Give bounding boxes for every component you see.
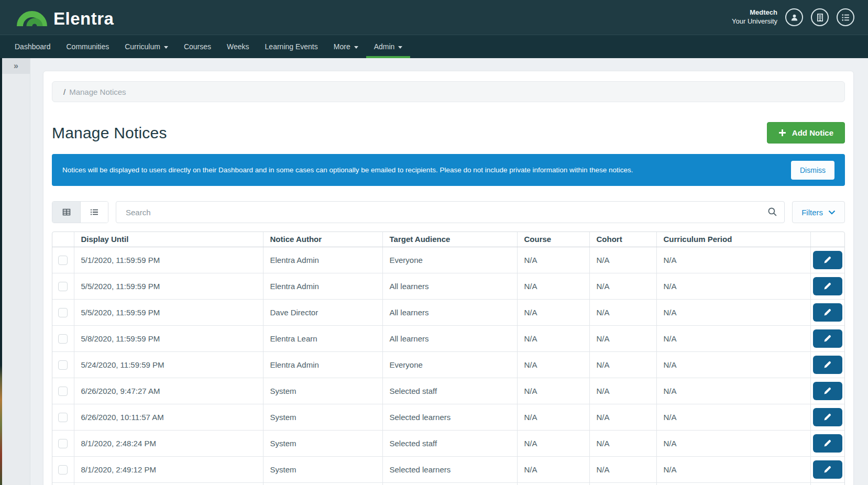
edit-notice-button[interactable] bbox=[813, 356, 842, 374]
cell-cohort: N/A bbox=[589, 404, 656, 430]
caret-down-icon bbox=[164, 46, 168, 49]
row-checkbox[interactable] bbox=[58, 360, 68, 370]
cell-target-audience: All learners bbox=[382, 299, 517, 325]
add-notice-button[interactable]: Add Notice bbox=[767, 122, 845, 144]
breadcrumb-current: Manage Notices bbox=[69, 87, 126, 96]
row-checkbox[interactable] bbox=[58, 308, 68, 317]
cell-target-audience: Everyone bbox=[382, 247, 517, 273]
cell-notice-author: System bbox=[263, 456, 382, 482]
institution-subtitle: Your University bbox=[732, 17, 777, 26]
cell-notice-author: Dave Director bbox=[263, 299, 382, 325]
breadcrumb-separator: / bbox=[63, 87, 65, 96]
search-input[interactable] bbox=[116, 201, 785, 223]
dismiss-button[interactable]: Dismiss bbox=[791, 161, 834, 180]
row-checkbox[interactable] bbox=[58, 387, 68, 396]
cell-curriculum-period bbox=[656, 482, 810, 485]
nav-item-learning-events[interactable]: Learning Events bbox=[257, 35, 326, 58]
column-header-notice-author: Notice Author bbox=[263, 232, 382, 247]
nav-item-communities[interactable]: Communities bbox=[59, 35, 117, 58]
list-view-button[interactable] bbox=[80, 202, 108, 223]
row-checkbox[interactable] bbox=[58, 465, 68, 475]
column-header-course: Course bbox=[517, 232, 589, 247]
cell-cohort: N/A bbox=[589, 273, 656, 299]
cell-cohort: N/A bbox=[589, 247, 656, 273]
edit-notice-button[interactable] bbox=[813, 434, 842, 453]
nav-item-curriculum[interactable]: Curriculum bbox=[117, 35, 176, 58]
cell-target-audience bbox=[382, 482, 517, 485]
table-row: 8/1/2020, 2:48:24 PM System Selected sta… bbox=[52, 430, 844, 456]
pencil-icon bbox=[823, 256, 831, 264]
table-row: 5/5/2020, 11:59:59 PM Dave Director All … bbox=[52, 299, 844, 325]
row-checkbox[interactable] bbox=[58, 413, 68, 422]
top-header: Elentra Medtech Your University bbox=[0, 0, 868, 35]
nav-item-dashboard[interactable]: Dashboard bbox=[7, 35, 59, 58]
column-header-cohort: Cohort bbox=[589, 232, 656, 247]
edit-notice-button[interactable] bbox=[813, 303, 842, 322]
search-icon[interactable] bbox=[767, 207, 777, 219]
cell-display-until: 5/24/2020, 11:59:59 PM bbox=[74, 351, 263, 378]
cell-course: N/A bbox=[517, 351, 589, 378]
cell-curriculum-period: N/A bbox=[656, 273, 810, 299]
cell-notice-author: Elentra Admin bbox=[263, 351, 382, 378]
row-checkbox[interactable] bbox=[58, 256, 68, 265]
filters-button[interactable]: Filters bbox=[792, 201, 845, 223]
cell-course: N/A bbox=[517, 456, 589, 482]
info-banner: Notices will be displayed to users direc… bbox=[52, 154, 845, 186]
cell-curriculum-period: N/A bbox=[656, 325, 810, 351]
user-icon[interactable] bbox=[785, 8, 803, 26]
nav-item-admin[interactable]: Admin bbox=[366, 35, 411, 58]
cell-display-until: 5/5/2020, 11:59:59 PM bbox=[74, 299, 263, 325]
cell-cohort: N/A bbox=[589, 378, 656, 404]
breadcrumb: / Manage Notices bbox=[52, 81, 845, 102]
main-nav: DashboardCommunitiesCurriculumCoursesWee… bbox=[0, 35, 868, 58]
cell-display-until: 5/1/2020, 11:59:59 PM bbox=[74, 247, 263, 273]
cell-notice-author bbox=[263, 482, 382, 485]
edit-notice-button[interactable] bbox=[813, 329, 842, 348]
cell-cohort: N/A bbox=[589, 325, 656, 351]
collapsed-sidebar: » bbox=[2, 58, 30, 485]
grid-view-button[interactable] bbox=[52, 202, 80, 223]
cell-target-audience: Selected staff bbox=[382, 430, 517, 456]
cell-cohort: N/A bbox=[589, 299, 656, 325]
elentra-logo[interactable]: Elentra bbox=[16, 6, 114, 28]
pencil-icon bbox=[823, 439, 831, 447]
caret-down-icon bbox=[398, 46, 402, 49]
logo-text: Elentra bbox=[53, 10, 114, 28]
nav-item-courses[interactable]: Courses bbox=[176, 35, 219, 58]
table-row: 5/1/2020, 11:59:59 PM Elentra Admin Ever… bbox=[52, 247, 844, 273]
edit-notice-button[interactable] bbox=[813, 408, 842, 426]
table-row: 5/5/2020, 11:59:59 PM Elentra Admin All … bbox=[52, 273, 844, 299]
edit-notice-button[interactable] bbox=[813, 251, 842, 269]
cell-notice-author: System bbox=[263, 430, 382, 456]
pencil-icon bbox=[823, 282, 831, 290]
cell-course bbox=[517, 482, 589, 485]
row-checkbox[interactable] bbox=[58, 334, 68, 344]
sidebar-expand-button[interactable]: » bbox=[2, 58, 30, 74]
cell-course: N/A bbox=[517, 404, 589, 430]
row-checkbox[interactable] bbox=[58, 282, 68, 291]
row-checkbox[interactable] bbox=[58, 439, 68, 448]
nav-item-more[interactable]: More bbox=[326, 35, 366, 58]
pencil-icon bbox=[823, 466, 831, 473]
content-card: / Manage Notices Manage Notices Add Noti… bbox=[43, 71, 854, 485]
cell-course: N/A bbox=[517, 299, 589, 325]
building-icon[interactable] bbox=[811, 8, 829, 26]
list-menu-icon[interactable] bbox=[837, 8, 854, 26]
chevron-down-icon bbox=[828, 210, 836, 215]
cell-cohort: N/A bbox=[589, 430, 656, 456]
edit-notice-button[interactable] bbox=[813, 382, 842, 400]
edit-notice-button[interactable] bbox=[813, 460, 842, 479]
view-toggle-group bbox=[52, 201, 108, 223]
header-actions-column bbox=[810, 232, 844, 247]
cell-cohort bbox=[589, 482, 656, 485]
cell-display-until: 8/1/2020, 2:49:12 PM bbox=[74, 456, 263, 482]
cell-curriculum-period: N/A bbox=[656, 299, 810, 325]
nav-item-weeks[interactable]: Weeks bbox=[219, 35, 257, 58]
cell-display-until: 8/1/2020, 2:48:24 PM bbox=[74, 430, 263, 456]
institution-block: Medtech Your University bbox=[732, 8, 777, 26]
cell-curriculum-period: N/A bbox=[656, 404, 810, 430]
cell-curriculum-period: N/A bbox=[656, 430, 810, 456]
cell-notice-author: Elentra Admin bbox=[263, 247, 382, 273]
edit-notice-button[interactable] bbox=[813, 277, 842, 295]
pencil-icon bbox=[823, 413, 831, 421]
